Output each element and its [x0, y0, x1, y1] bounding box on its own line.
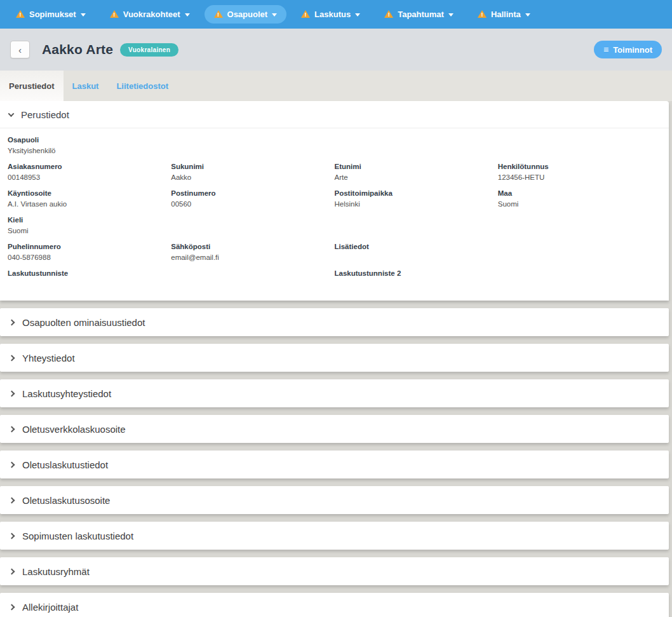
- nav-item-laskutus[interactable]: Laskutus: [292, 5, 370, 24]
- field-value: Suomi: [8, 227, 171, 235]
- collapsed-section-header[interactable]: Laskutusyhteystiedot: [0, 379, 669, 407]
- basic-info-fields: Osapuoli Yksityishenkilö Asiakasnumero 0…: [0, 128, 669, 301]
- field: Maa Suomi: [498, 189, 661, 210]
- nav-item-sopimukset[interactable]: Sopimukset: [6, 5, 95, 24]
- field: Käyntiosoite A.I. Virtasen aukio: [8, 189, 171, 210]
- collapsed-section-title: Osapuolten ominaisuustiedot: [22, 317, 145, 328]
- field: Laskutustunniste 2: [335, 269, 498, 290]
- field-label: Sähköposti: [171, 243, 334, 250]
- warning-icon: [16, 10, 25, 18]
- collapsed-section-header[interactable]: Allekirjoittajat: [0, 593, 669, 617]
- field-value: 123456-HETU: [498, 173, 661, 182]
- field-value: Aakko: [171, 173, 334, 182]
- caret-down-icon: [185, 13, 190, 17]
- field-value: [8, 280, 171, 288]
- page-title: Aakko Arte: [42, 42, 113, 57]
- collapsed-sections: Osapuolten ominaisuustiedot Yhteystiedot…: [0, 308, 672, 617]
- collapsed-section-title: Oletusverkkolaskuosoite: [22, 424, 126, 435]
- caret-down-icon: [355, 13, 360, 17]
- chevron-right-icon: [9, 604, 15, 610]
- chevron-right-icon: [9, 532, 15, 539]
- field-label: Asiakasnumero: [8, 163, 171, 170]
- field-label: Puhelinnumero: [8, 243, 171, 250]
- nav-item-label: Osapuolet: [227, 10, 268, 19]
- field-label: Maa: [498, 189, 661, 197]
- chevron-right-icon: [9, 319, 15, 325]
- warning-icon: [301, 10, 310, 18]
- field-label: Etunimi: [335, 163, 498, 170]
- nav-item-tapahtumat[interactable]: Tapahtumat: [375, 5, 463, 24]
- field: Lisätiedot: [335, 243, 498, 264]
- back-button[interactable]: ‹: [10, 41, 30, 58]
- field: Puhelinnumero 040-5876988: [8, 243, 171, 264]
- nav-item-label: Vuokrakohteet: [123, 10, 180, 19]
- collapsed-section-title: Oletuslaskutusosoite: [22, 495, 110, 506]
- tab-laskut[interactable]: Laskut: [64, 71, 108, 101]
- field-value: 00560: [171, 200, 334, 208]
- collapsed-section-header[interactable]: Yhteystiedot: [0, 344, 669, 372]
- chevron-right-icon: [9, 390, 15, 397]
- top-nav: Sopimukset Vuokrakohteet Osapuolet Lasku…: [0, 0, 672, 29]
- caret-down-icon: [525, 13, 530, 17]
- actions-button-label: Toiminnot: [613, 45, 652, 55]
- collapsed-section-header[interactable]: Oletuslaskutustiedot: [0, 451, 669, 478]
- field-label: Sukunimi: [171, 163, 334, 170]
- field-value: A.I. Virtasen aukio: [8, 200, 171, 208]
- field: Asiakasnumero 00148953: [8, 163, 171, 184]
- caret-down-icon: [272, 13, 277, 17]
- warning-icon: [110, 10, 119, 18]
- chevron-right-icon: [9, 426, 15, 432]
- field: Sähköposti email@email.fi: [171, 243, 334, 264]
- collapsed-section-title: Laskutusryhmät: [22, 566, 90, 577]
- section-title: Perustiedot: [21, 109, 69, 120]
- collapsed-section-header[interactable]: Osapuolten ominaisuustiedot: [0, 308, 669, 336]
- warning-icon: [478, 10, 487, 18]
- field-value: [335, 254, 498, 262]
- field: Sukunimi Aakko: [171, 163, 334, 184]
- field-value: [335, 280, 498, 288]
- collapsed-section-title: Laskutusyhteystiedot: [22, 388, 111, 399]
- collapsed-section-header[interactable]: Laskutusryhmät: [0, 557, 669, 585]
- field: Osapuoli Yksityishenkilö: [8, 136, 171, 157]
- tab-bar: PerustiedotLaskutLiitetiedostot: [0, 71, 672, 101]
- field-value: email@email.fi: [171, 254, 334, 262]
- back-icon: ‹: [18, 44, 22, 55]
- collapsed-section-title: Yhteystiedot: [22, 353, 75, 363]
- nav-item-label: Tapahtumat: [398, 10, 444, 19]
- nav-item-label: Laskutus: [314, 10, 351, 19]
- field-value: Arte: [335, 173, 498, 182]
- field-label: Postinumero: [171, 189, 334, 197]
- field-label: Laskutustunniste 2: [335, 269, 498, 277]
- nav-item-hallinta[interactable]: Hallinta: [468, 5, 540, 24]
- collapsed-section-header[interactable]: Sopimusten laskutustiedot: [0, 522, 669, 550]
- chevron-down-icon: [8, 111, 15, 117]
- caret-down-icon: [448, 13, 454, 17]
- tab-perustiedot[interactable]: Perustiedot: [0, 71, 64, 101]
- field-label: Henkilötunnus: [498, 163, 661, 170]
- nav-item-label: Sopimukset: [29, 10, 76, 19]
- page-header: ‹ Aakko Arte Vuokralainen ≡ Toiminnot: [0, 29, 672, 71]
- tab-liitetiedostot[interactable]: Liitetiedostot: [107, 71, 177, 101]
- field: Laskutustunniste: [8, 269, 171, 290]
- field-value: Yksityishenkilö: [8, 147, 171, 155]
- warning-icon: [384, 10, 393, 18]
- collapsed-section-header[interactable]: Oletusverkkolaskuosoite: [0, 415, 669, 443]
- nav-item-osapuolet[interactable]: Osapuolet: [205, 5, 287, 24]
- field-value: 040-5876988: [8, 254, 171, 262]
- field: Etunimi Arte: [335, 163, 498, 184]
- collapsed-section-title: Oletuslaskutustiedot: [22, 459, 108, 470]
- status-badge: Vuokralainen: [120, 43, 178, 57]
- chevron-right-icon: [9, 568, 15, 574]
- collapsed-section-title: Allekirjoittajat: [22, 602, 78, 613]
- nav-item-vuokrakohteet[interactable]: Vuokrakohteet: [100, 5, 199, 24]
- hamburger-icon: ≡: [603, 45, 608, 54]
- basic-info-section-header[interactable]: Perustiedot: [0, 101, 669, 128]
- warning-icon: [214, 10, 223, 18]
- collapsed-section-header[interactable]: Oletuslaskutusosoite: [0, 486, 669, 514]
- actions-button[interactable]: ≡ Toiminnot: [594, 41, 662, 58]
- field-label: Postitoimipaikka: [335, 189, 498, 197]
- field: Postitoimipaikka Helsinki: [335, 189, 498, 210]
- field-label: Osapuoli: [8, 136, 171, 144]
- field-value: Suomi: [498, 200, 661, 208]
- chevron-right-icon: [9, 355, 15, 361]
